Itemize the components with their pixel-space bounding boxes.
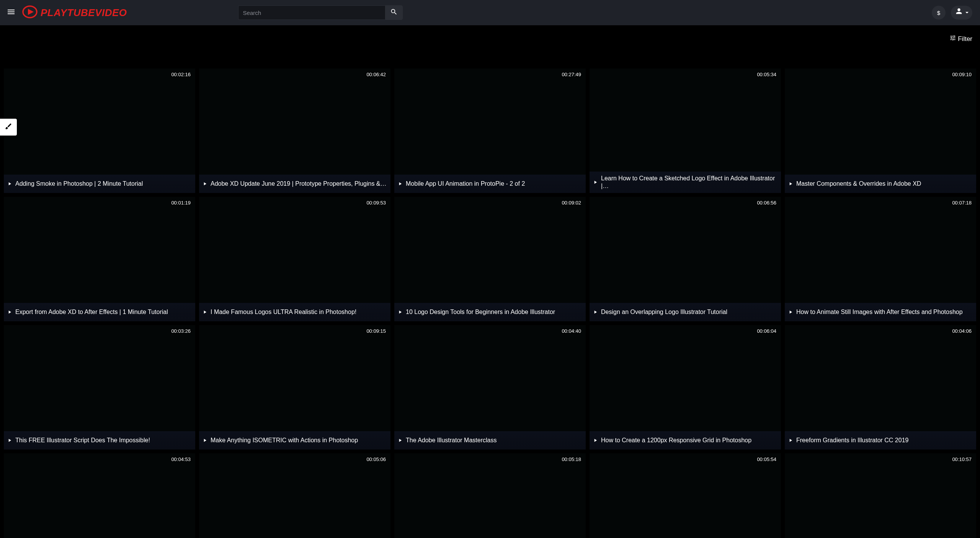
- menu-button[interactable]: [5, 7, 17, 18]
- svg-marker-1: [28, 9, 34, 15]
- video-card[interactable]: 00:05:34Learn How to Create a Sketched L…: [590, 69, 781, 193]
- video-caption: Adding Smoke in Photoshop | 2 Minute Tut…: [4, 175, 195, 193]
- video-card[interactable]: 00:09:53I Made Famous Logos ULTRA Realis…: [199, 197, 390, 321]
- video-card[interactable]: 00:04:40The Adobe Illustrator Masterclas…: [394, 325, 586, 450]
- video-caption: 10 Logo Design Tools for Beginners in Ad…: [394, 303, 586, 321]
- video-title: 10 Logo Design Tools for Beginners in Ad…: [406, 308, 555, 316]
- currency-button[interactable]: $: [932, 6, 946, 20]
- search-icon: [390, 8, 398, 17]
- video-card[interactable]: 00:09:15Make Anything ISOMETRIC with Act…: [199, 325, 390, 450]
- video-card[interactable]: 00:06:56Design an Overlapping Logo Illus…: [590, 197, 781, 321]
- video-grid: 00:02:16Adding Smoke in Photoshop | 2 Mi…: [0, 46, 980, 538]
- play-icon: [397, 309, 403, 315]
- video-duration: 00:07:18: [952, 200, 972, 206]
- video-title: I Made Famous Logos ULTRA Realistic in P…: [211, 308, 356, 316]
- video-caption: The Adobe Illustrator Masterclass: [394, 431, 586, 450]
- video-caption: How to Animate Still Images with After E…: [785, 303, 976, 321]
- video-card[interactable]: 00:01:19Export from Adobe XD to After Ef…: [4, 197, 195, 321]
- tune-icon: [949, 34, 956, 43]
- play-icon: [593, 309, 598, 315]
- video-card[interactable]: 00:07:18How to Animate Still Images with…: [785, 197, 976, 321]
- video-card[interactable]: 00:04:53: [4, 453, 195, 538]
- site-logo[interactable]: PLAYTUBEVIDEO: [22, 4, 127, 21]
- video-card[interactable]: 00:09:10Master Components & Overrides in…: [785, 69, 976, 193]
- video-card[interactable]: 00:10:57: [785, 453, 976, 538]
- video-card[interactable]: 00:05:54: [590, 453, 781, 538]
- video-caption: Design an Overlapping Logo Illustrator T…: [590, 303, 781, 321]
- video-caption: How to Create a 1200px Responsive Grid i…: [590, 431, 781, 450]
- video-title: Design an Overlapping Logo Illustrator T…: [601, 308, 727, 316]
- play-icon: [202, 438, 207, 443]
- video-duration: 00:09:53: [366, 200, 386, 206]
- video-title: How to Create a 1200px Responsive Grid i…: [601, 437, 751, 444]
- video-duration: 00:09:15: [366, 328, 386, 334]
- video-card[interactable]: 00:04:06Freeform Gradients in Illustrato…: [785, 325, 976, 450]
- video-duration: 00:09:10: [952, 72, 972, 77]
- filter-label: Filter: [958, 35, 972, 43]
- play-logo-icon: [22, 4, 38, 21]
- video-title: Freeform Gradients in Illustrator CC 201…: [796, 437, 908, 444]
- brush-icon: [5, 123, 12, 132]
- video-title: Make Anything ISOMETRIC with Actions in …: [211, 437, 358, 444]
- video-title: Learn How to Create a Sketched Logo Effe…: [601, 175, 777, 190]
- chevron-down-icon: [965, 12, 969, 13]
- play-icon: [788, 438, 793, 443]
- video-duration: 00:05:54: [757, 456, 776, 462]
- user-menu-button[interactable]: [951, 6, 972, 20]
- logo-text: PLAYTUBEVIDEO: [41, 7, 127, 19]
- person-icon: [955, 8, 963, 18]
- play-icon: [397, 438, 403, 443]
- video-duration: 00:27:49: [562, 72, 581, 77]
- video-card[interactable]: 00:05:06: [199, 453, 390, 538]
- search-bar: [238, 5, 403, 20]
- video-duration: 00:02:16: [171, 72, 191, 77]
- search-button[interactable]: [385, 5, 403, 20]
- video-title: Adding Smoke in Photoshop | 2 Minute Tut…: [15, 180, 143, 188]
- video-duration: 00:05:34: [757, 72, 776, 77]
- video-duration: 00:04:40: [562, 328, 581, 334]
- video-duration: 00:06:04: [757, 328, 776, 334]
- video-card[interactable]: 00:09:0210 Logo Design Tools for Beginne…: [394, 197, 586, 321]
- video-card[interactable]: 00:03:26This FREE Illustrator Script Doe…: [4, 325, 195, 450]
- video-card[interactable]: 00:27:49Mobile App UI Animation in Proto…: [394, 69, 586, 193]
- play-icon: [788, 181, 793, 186]
- play-icon: [7, 438, 12, 443]
- header-actions: $: [932, 6, 972, 20]
- video-title: Master Components & Overrides in Adobe X…: [796, 180, 921, 188]
- app-header: PLAYTUBEVIDEO $: [0, 0, 980, 25]
- video-card[interactable]: 00:06:42Adobe XD Update June 2019 | Prot…: [199, 69, 390, 193]
- play-icon: [7, 309, 12, 315]
- edit-theme-button[interactable]: [0, 119, 17, 136]
- video-duration: 00:06:42: [366, 72, 386, 77]
- play-icon: [593, 180, 598, 185]
- video-title: Adobe XD Update June 2019 | Prototype Pr…: [211, 180, 387, 188]
- video-card[interactable]: 00:02:16Adding Smoke in Photoshop | 2 Mi…: [4, 69, 195, 193]
- video-caption: Learn How to Create a Sketched Logo Effe…: [590, 172, 781, 193]
- play-icon: [202, 309, 207, 315]
- video-duration: 00:04:06: [952, 328, 972, 334]
- video-title: This FREE Illustrator Script Does The Im…: [15, 437, 150, 444]
- hamburger-icon: [7, 7, 16, 18]
- video-duration: 00:05:18: [562, 456, 581, 462]
- video-caption: Export from Adobe XD to After Effects | …: [4, 303, 195, 321]
- filter-button[interactable]: Filter: [949, 34, 972, 43]
- video-title: How to Animate Still Images with After E…: [796, 308, 963, 316]
- video-caption: Freeform Gradients in Illustrator CC 201…: [785, 431, 976, 450]
- video-duration: 00:06:56: [757, 200, 776, 206]
- dollar-icon: $: [937, 10, 940, 16]
- play-icon: [397, 181, 403, 186]
- play-icon: [202, 181, 207, 186]
- video-title: The Adobe Illustrator Masterclass: [406, 437, 497, 444]
- video-duration: 00:01:19: [171, 200, 191, 206]
- search-input[interactable]: [238, 5, 385, 20]
- video-duration: 00:09:02: [562, 200, 581, 206]
- video-caption: Adobe XD Update June 2019 | Prototype Pr…: [199, 175, 390, 193]
- video-caption: Make Anything ISOMETRIC with Actions in …: [199, 431, 390, 450]
- play-icon: [593, 438, 598, 443]
- video-duration: 00:05:06: [366, 456, 386, 462]
- video-card[interactable]: 00:05:18: [394, 453, 586, 538]
- play-icon: [788, 309, 793, 315]
- video-caption: Master Components & Overrides in Adobe X…: [785, 175, 976, 193]
- video-caption: This FREE Illustrator Script Does The Im…: [4, 431, 195, 450]
- video-card[interactable]: 00:06:04How to Create a 1200px Responsiv…: [590, 325, 781, 450]
